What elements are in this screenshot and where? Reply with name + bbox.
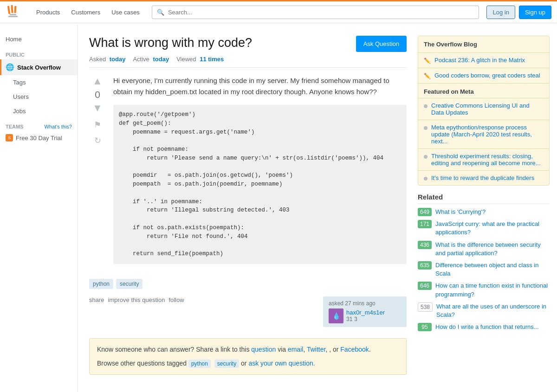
meta-bullet-2 bbox=[424, 126, 427, 130]
whats-this-link[interactable]: What's this? bbox=[44, 124, 72, 129]
related-item: 95 How do I write a function that return… bbox=[418, 323, 550, 331]
vote-count: 0 bbox=[95, 89, 100, 100]
related-score: 436 bbox=[418, 241, 432, 249]
stackoverflow-icon: 🌐 bbox=[6, 63, 14, 71]
teams-header: TEAMS What's this? bbox=[0, 118, 78, 131]
auth-buttons: Log in Sign up bbox=[486, 6, 551, 19]
related-link[interactable]: What are all the uses of an underscore i… bbox=[436, 302, 550, 319]
inline-tag-python[interactable]: python bbox=[188, 360, 211, 368]
user-card: asked 27 mins ago 💧 hax0r_m4s1er 31 3 bbox=[323, 296, 407, 327]
question-meta: Asked today Active today Viewed 11 times bbox=[89, 56, 407, 68]
related-link[interactable]: JavaScript curry: what are the practical… bbox=[435, 220, 550, 237]
signup-button[interactable]: Sign up bbox=[519, 6, 551, 19]
related-link[interactable]: Difference between object and class in S… bbox=[435, 261, 550, 278]
blog-post-link-2[interactable]: Good coders borrow, great coders steal bbox=[434, 72, 540, 79]
meta-link-1[interactable]: Creative Commons Licensing UI and Data U… bbox=[431, 102, 544, 116]
improve-link[interactable]: improve this question bbox=[108, 296, 165, 303]
related-item: 649 What is 'Currying'? bbox=[418, 208, 550, 216]
ask-question-button[interactable]: Ask Question bbox=[356, 36, 407, 52]
meta-item-2: Meta epythontion/response process update… bbox=[418, 120, 549, 149]
bookmark-button[interactable]: ⚑ bbox=[94, 120, 101, 130]
search-input[interactable] bbox=[168, 9, 474, 16]
blog-post-link-1[interactable]: Podcast 236: A glitch in the Matrix bbox=[434, 57, 525, 64]
related-list: 649 What is 'Currying'? 171 JavaScript c… bbox=[418, 208, 550, 331]
tags-row: python security bbox=[89, 279, 407, 289]
right-sidebar: The Overflow Blog ✏️ Podcast 236: A glit… bbox=[418, 25, 557, 392]
user-info: 💧 hax0r_m4s1er 31 3 bbox=[329, 308, 401, 323]
customers-nav-link[interactable]: Customers bbox=[66, 6, 105, 19]
meta-item-3: Threshold experiment results: closing, e… bbox=[418, 149, 549, 171]
sidebar-item-home[interactable]: Home bbox=[0, 32, 78, 46]
tag-security[interactable]: security bbox=[116, 279, 142, 289]
related-link[interactable]: How do I write a function that returns..… bbox=[435, 323, 539, 331]
vote-controls: ▲ 0 ▼ ⚑ ↻ bbox=[89, 75, 106, 271]
post-text: Hi everyone, I'm currently running this … bbox=[113, 75, 407, 97]
sidebar-public-label: PUBLIC bbox=[0, 46, 78, 59]
follow-link[interactable]: follow bbox=[168, 296, 184, 303]
related-item: 646 How can a time function exist in fun… bbox=[418, 282, 550, 298]
svg-rect-0 bbox=[8, 16, 18, 17]
related-score: 635 bbox=[418, 261, 432, 270]
related-title: Related bbox=[418, 193, 550, 204]
avatar: 💧 bbox=[329, 308, 343, 323]
blog-widget: The Overflow Blog ✏️ Podcast 236: A glit… bbox=[418, 36, 550, 186]
inline-tag-security[interactable]: security bbox=[214, 360, 239, 368]
related-item: 436 What is the difference between secur… bbox=[418, 241, 550, 257]
top-navigation: Products Customers Use cases 🔍 Log in Si… bbox=[0, 0, 557, 23]
question-title: What is wrong with my code? bbox=[89, 36, 349, 50]
tag-python[interactable]: python bbox=[89, 279, 113, 289]
asked-label: Asked today bbox=[89, 56, 125, 63]
team-badge-icon: S bbox=[6, 134, 13, 141]
svg-rect-4 bbox=[14, 6, 17, 13]
blog-post-1: ✏️ Podcast 236: A glitch in the Matrix bbox=[418, 53, 549, 68]
svg-rect-1 bbox=[10, 14, 16, 15]
sidebar-item-free-trial[interactable]: S Free 30 Day Trial bbox=[0, 131, 78, 144]
history-button[interactable]: ↻ bbox=[94, 135, 101, 146]
sidebar-item-tags[interactable]: Tags bbox=[0, 75, 78, 90]
sidebar-item-jobs[interactable]: Jobs bbox=[0, 104, 78, 118]
share-section: Know someone who can answer? Share a lin… bbox=[89, 338, 407, 375]
related-score: 95 bbox=[418, 323, 432, 331]
sidebar-item-users[interactable]: Users bbox=[0, 90, 78, 104]
related-section: Related 649 What is 'Currying'? 171 Java… bbox=[418, 193, 550, 331]
svg-rect-3 bbox=[11, 5, 13, 13]
vote-up-button[interactable]: ▲ bbox=[91, 75, 104, 87]
left-sidebar: Home PUBLIC 🌐 Stack Overflow Tags Users … bbox=[0, 25, 78, 392]
user-rep: 31 3 bbox=[346, 316, 385, 322]
meta-bullet-1 bbox=[424, 104, 427, 108]
facebook-link[interactable]: Facebook bbox=[340, 346, 369, 353]
meta-item-1: Creative Commons Licensing UI and Data U… bbox=[418, 98, 549, 120]
question-body: ▲ 0 ▼ ⚑ ↻ Hi everyone, I'm currently run… bbox=[89, 75, 407, 271]
search-box[interactable]: 🔍 bbox=[152, 6, 479, 19]
actions-row: share improve this question follow asked… bbox=[89, 296, 407, 327]
use-cases-nav-link[interactable]: Use cases bbox=[107, 6, 144, 19]
share-link[interactable]: share bbox=[89, 296, 104, 303]
related-item: 538 What are all the uses of an undersco… bbox=[418, 302, 550, 319]
ask-own-link[interactable]: ask your own question. bbox=[248, 360, 315, 367]
code-block: @app.route('/getpoem') def get_poem(): p… bbox=[113, 105, 407, 264]
email-link[interactable]: email bbox=[288, 346, 303, 353]
related-item: 171 JavaScript curry: what are the pract… bbox=[418, 220, 550, 237]
meta-link-4[interactable]: It's time to reward the duplicate finder… bbox=[431, 174, 534, 181]
meta-link-2[interactable]: Meta epythontion/response process update… bbox=[431, 124, 544, 145]
question-link[interactable]: question bbox=[251, 346, 276, 353]
main-content: What is wrong with my code? Ask Question… bbox=[78, 25, 418, 392]
post-actions: share improve this question follow bbox=[89, 296, 184, 303]
related-link[interactable]: What is 'Currying'? bbox=[435, 208, 486, 216]
sidebar-item-stackoverflow[interactable]: 🌐 Stack Overflow bbox=[0, 59, 78, 75]
meta-link-3[interactable]: Threshold experiment results: closing, e… bbox=[431, 153, 544, 167]
share-text: Know someone who can answer? Share a lin… bbox=[97, 344, 399, 355]
asked-time: asked 27 mins ago bbox=[329, 300, 401, 307]
username[interactable]: hax0r_m4s1er bbox=[346, 309, 385, 316]
viewed-label: Viewed 11 times bbox=[176, 56, 224, 63]
related-link[interactable]: How can a time function exist in functio… bbox=[435, 282, 550, 298]
vote-down-button[interactable]: ▼ bbox=[91, 102, 104, 114]
related-link[interactable]: What is the difference between security … bbox=[435, 241, 550, 257]
twitter-link[interactable]: Twitter bbox=[307, 346, 325, 353]
related-score: 646 bbox=[418, 282, 432, 290]
question-header: What is wrong with my code? Ask Question bbox=[89, 36, 407, 52]
site-logo[interactable] bbox=[6, 5, 20, 19]
post-content: Hi everyone, I'm currently running this … bbox=[113, 75, 407, 271]
login-button[interactable]: Log in bbox=[486, 6, 515, 19]
products-nav-link[interactable]: Products bbox=[32, 6, 65, 19]
